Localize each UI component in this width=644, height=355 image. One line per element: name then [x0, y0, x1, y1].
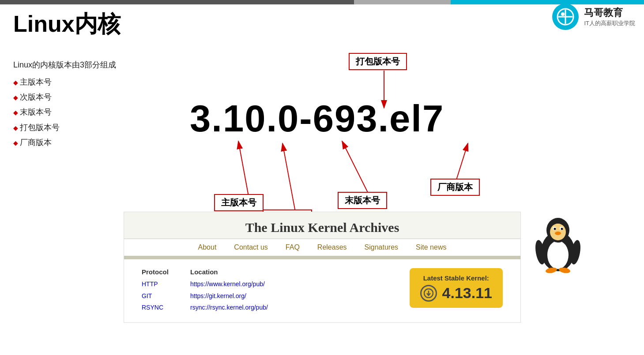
list-item-minor: 次版本号 — [13, 90, 116, 105]
nav-about[interactable]: About — [198, 243, 217, 251]
table-row-http: HTTP https://www.kernel.org/pub/ — [142, 278, 314, 290]
col-location-header: Location — [190, 268, 314, 276]
logo-text: 马哥教育 IT人的高薪职业学院 — [584, 6, 635, 27]
website-section: The Linux Kernel Archives About Contact … — [124, 212, 521, 323]
list-item-vendor: 厂商版本 — [13, 135, 116, 150]
list-item-package: 打包版本号 — [13, 120, 116, 135]
svg-line-7 — [282, 143, 296, 214]
kernel-version-number: 4.13.11 — [442, 284, 492, 302]
kernel-badge-version-row: 4.13.11 — [420, 284, 492, 302]
list-item-major: 主版本号 — [13, 75, 116, 90]
website-content: Protocol Location HTTP https://www.kerne… — [124, 259, 520, 322]
location-rsync[interactable]: rsync://rsync.kernel.org/pub/ — [190, 302, 314, 314]
protocol-table: Protocol Location HTTP https://www.kerne… — [142, 268, 314, 314]
top-bar — [0, 0, 644, 4]
intro-text: Linux的内核版本由3部分组成 — [13, 60, 116, 70]
website-bar — [124, 256, 520, 259]
nav-sitenews[interactable]: Site news — [416, 243, 446, 251]
nav-faq[interactable]: FAQ — [286, 243, 300, 251]
svg-point-11 — [547, 241, 569, 269]
kernel-badge: Latest Stable Kernel: 4.13.11 — [410, 268, 503, 308]
version-number: 3.10.0-693.el7 — [190, 97, 444, 140]
label-package: 打包版本号 — [349, 53, 407, 70]
table-row-git: GIT https://git.kernel.org/ — [142, 290, 314, 302]
logo-area: 马哥教育 IT人的高薪职业学院 — [552, 4, 635, 30]
protocol-rsync: RSYNC — [142, 302, 173, 314]
page-title: Linux内核 — [13, 9, 121, 40]
label-vendor: 厂商版本 — [430, 179, 480, 196]
logo-main: 马哥教育 — [584, 6, 635, 19]
protocol-http: HTTP — [142, 278, 173, 290]
protocol-git: GIT — [142, 290, 173, 302]
svg-point-3 — [561, 12, 565, 16]
version-list: 主版本号 次版本号 末版本号 打包版本号 厂商版本 — [13, 75, 116, 150]
svg-point-18 — [555, 232, 561, 235]
svg-line-8 — [342, 141, 371, 198]
location-http[interactable]: https://www.kernel.org/pub/ — [190, 278, 314, 290]
left-content: Linux的内核版本由3部分组成 主版本号 次版本号 末版本号 打包版本号 厂商… — [13, 60, 116, 150]
nav-releases[interactable]: Releases — [317, 243, 347, 251]
website-title: The Linux Kernel Archives — [124, 212, 520, 239]
svg-line-6 — [238, 141, 249, 201]
logo-sub: IT人的高薪职业学院 — [584, 19, 635, 27]
download-icon — [420, 285, 437, 302]
label-patch: 末版本号 — [338, 192, 387, 209]
svg-point-17 — [561, 228, 563, 230]
svg-point-16 — [554, 228, 556, 230]
table-header-row: Protocol Location — [142, 268, 314, 276]
website-nav[interactable]: About Contact us FAQ Releases Signatures… — [124, 239, 520, 256]
tux-penguin — [534, 216, 582, 273]
label-major: 主版本号 — [214, 194, 264, 211]
location-git[interactable]: https://git.kernel.org/ — [190, 290, 314, 302]
kernel-badge-title: Latest Stable Kernel: — [420, 274, 492, 282]
table-row-rsync: RSYNC rsync://rsync.kernel.org/pub/ — [142, 302, 314, 314]
list-item-patch: 末版本号 — [13, 105, 116, 120]
top-bar-dark — [0, 0, 354, 4]
nav-signatures[interactable]: Signatures — [365, 243, 399, 251]
logo-icon — [552, 4, 579, 30]
col-protocol-header: Protocol — [142, 268, 173, 276]
top-bar-light — [354, 0, 451, 4]
nav-contact[interactable]: Contact us — [234, 243, 267, 251]
